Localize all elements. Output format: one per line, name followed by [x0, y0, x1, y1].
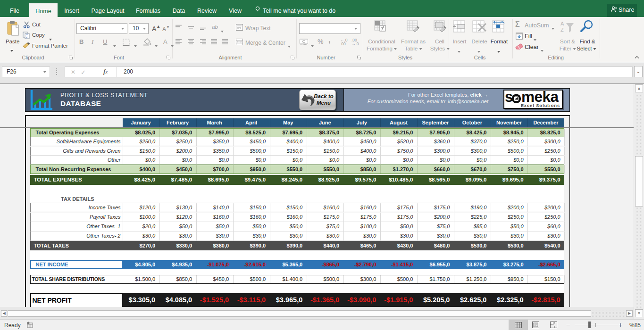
svg-text:Z: Z — [560, 27, 564, 33]
svg-text:A: A — [560, 21, 564, 26]
svg-text:s: s — [505, 91, 513, 105]
svg-text:Excel Solutions: Excel Solutions — [521, 103, 560, 108]
